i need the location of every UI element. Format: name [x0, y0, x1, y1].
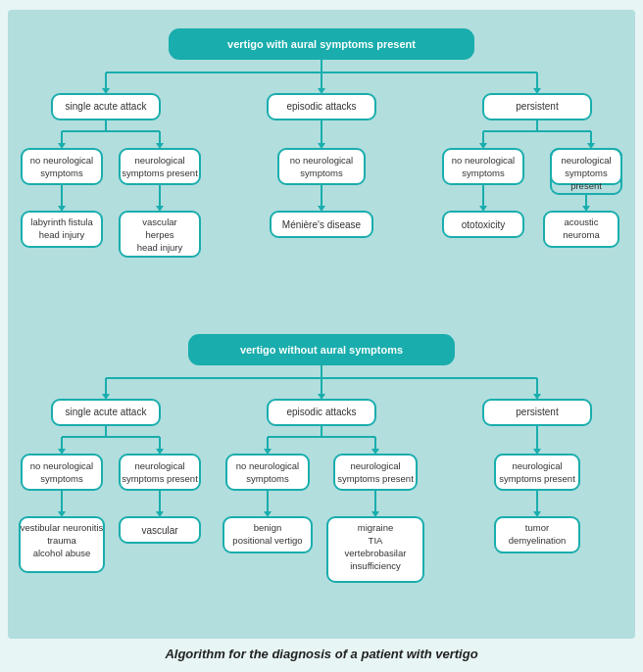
svg-text:symptoms: symptoms [565, 168, 608, 178]
svg-text:herpes: herpes [145, 229, 173, 240]
svg-text:no neurological: no neurological [30, 460, 93, 471]
bottom-diagram: vertigo without aural symptoms single ac… [18, 327, 625, 631]
svg-text:single acute attack: single acute attack [66, 101, 148, 112]
svg-text:present: present [570, 180, 602, 191]
svg-text:symptoms: symptoms [40, 473, 83, 484]
svg-text:vertebrobasilar: vertebrobasilar [345, 548, 407, 558]
svg-text:neurological: neurological [134, 460, 184, 471]
svg-text:positional vertigo: positional vertigo [232, 535, 302, 546]
svg-text:tumor: tumor [525, 522, 549, 533]
diagram-container: vertigo with aural symptoms present sing… [8, 10, 635, 639]
svg-text:neurological: neurological [561, 155, 611, 166]
svg-text:ototoxicity: ototoxicity [462, 219, 505, 230]
svg-text:trauma: trauma [47, 535, 76, 546]
svg-text:vascular: vascular [142, 216, 176, 227]
svg-text:labyrinth fistula: labyrinth fistula [30, 216, 93, 227]
svg-text:symptoms: symptoms [246, 473, 289, 484]
svg-text:neurological: neurological [350, 460, 400, 471]
svg-text:demyelination: demyelination [509, 535, 567, 546]
svg-text:benign: benign [254, 522, 282, 533]
svg-text:head injury: head injury [39, 229, 85, 240]
svg-text:single acute attack: single acute attack [66, 407, 148, 417]
svg-text:symptoms present: symptoms present [122, 168, 198, 178]
svg-text:episodic attacks: episodic attacks [286, 101, 356, 112]
svg-text:neurological: neurological [512, 460, 562, 471]
svg-text:symptoms present: symptoms present [122, 473, 198, 484]
svg-text:insufficiency: insufficiency [350, 560, 401, 571]
svg-text:no neurological: no neurological [290, 155, 353, 166]
svg-text:vestibular neuronitis: vestibular neuronitis [21, 522, 104, 533]
svg-text:Ménière's disease: Ménière's disease [282, 219, 362, 230]
svg-text:persistent: persistent [516, 101, 559, 112]
svg-text:no neurological: no neurological [236, 460, 299, 471]
svg-text:symptoms: symptoms [40, 168, 83, 178]
svg-text:TIA: TIA [369, 535, 383, 546]
svg-text:vascular: vascular [141, 525, 178, 536]
svg-text:episodic attacks: episodic attacks [286, 407, 356, 417]
svg-text:symptoms present: symptoms present [337, 473, 414, 484]
svg-text:no neurological: no neurological [30, 155, 93, 166]
svg-text:no neurological: no neurological [452, 155, 515, 166]
svg-text:acoustic: acoustic [565, 216, 599, 227]
svg-text:migraine: migraine [358, 522, 393, 533]
svg-text:vertigo without aural symptoms: vertigo without aural symptoms [240, 344, 403, 356]
svg-text:symptoms: symptoms [300, 168, 343, 178]
svg-text:alcohol abuse: alcohol abuse [33, 548, 91, 558]
svg-text:symptoms present: symptoms present [499, 473, 575, 484]
caption: Algorithm for the diagnosis of a patient… [165, 647, 477, 661]
top-diagram: vertigo with aural symptoms present sing… [18, 22, 625, 306]
svg-text:head injury: head injury [137, 242, 183, 253]
svg-text:vertigo with aural symptoms pr: vertigo with aural symptoms present [227, 38, 416, 50]
svg-text:symptoms: symptoms [462, 168, 505, 178]
svg-text:persistent: persistent [516, 407, 559, 417]
svg-text:neurological: neurological [134, 155, 184, 166]
svg-text:neuroma: neuroma [563, 229, 600, 240]
